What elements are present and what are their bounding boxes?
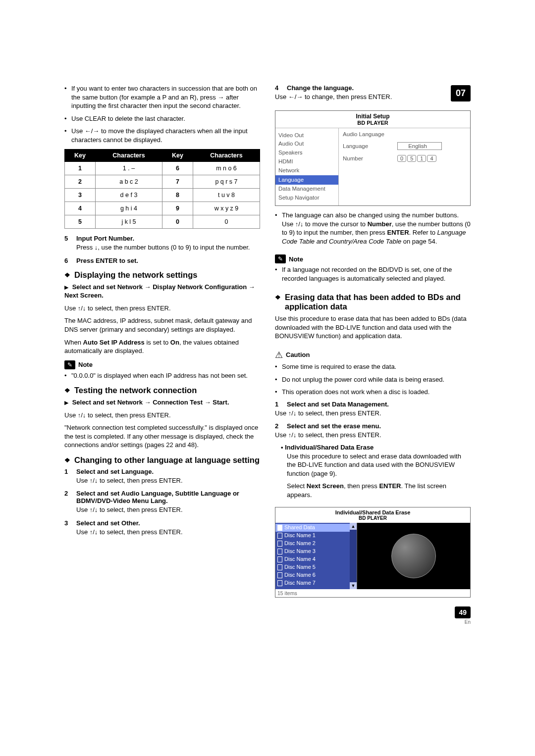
language-dropdown: English: [397, 142, 442, 150]
initial-setup-screen: Initial Setup BD PLAYER Video Out Audio …: [275, 110, 471, 206]
note-header: ✎ Note: [275, 254, 471, 263]
lang-step-3-body: Use ↑/↓ to select, then press ENTER.: [76, 528, 260, 537]
doc-icon: [277, 580, 282, 586]
page-footer: 49 En: [275, 606, 471, 625]
doc-icon: [277, 556, 282, 562]
bullet-item: Use ←/→ to move the displayed characters…: [64, 127, 260, 144]
th-key: Key: [65, 150, 96, 162]
erase-step-1: 1 Select and set Data Management.: [275, 401, 471, 408]
note-header: ✎ Note: [64, 360, 260, 369]
erase-step-2: 2 Select and set the erase menu.: [275, 422, 471, 430]
doc-icon: [277, 525, 282, 531]
bullet-item: The language can also be changed using t…: [275, 211, 471, 246]
bullet-item: If you want to enter two characters in s…: [64, 84, 260, 110]
doc-icon: [277, 533, 282, 539]
lang-step-1: 1 Select and set Language.: [64, 468, 260, 475]
diamond-icon: ❖: [64, 387, 70, 396]
step-5-body: Press ↓, use the number buttons (0 to 9)…: [76, 243, 260, 252]
lang-step-2-body: Use ↑/↓ to select, then press ENTER.: [76, 505, 260, 514]
erase-screen: Individual/Shared Data Erase BD PLAYER S…: [275, 507, 471, 598]
th-chars: Characters: [193, 150, 260, 162]
doc-icon: [277, 572, 282, 578]
lang-step-2: 2 Select and set Audio Language, Subtitl…: [64, 490, 260, 504]
key-characters-table: Key Characters Key Characters 11 . –6m n…: [64, 149, 260, 229]
erase-step-1-body: Use ↑/↓ to select, then press ENTER.: [275, 409, 471, 418]
doc-icon: [277, 549, 282, 554]
step-6: 6 Press ENTER to set.: [64, 257, 260, 264]
scrollbar: ▲ ▼: [350, 523, 357, 589]
doc-icon: [277, 564, 282, 570]
after-screen-list: The language can also be changed using t…: [275, 211, 471, 250]
step-4: 4 Change the language.: [275, 84, 451, 92]
right-column: 4 Change the language. Use ←/→ to change…: [275, 84, 471, 625]
caution-item: This operation does not work when a disc…: [275, 388, 471, 397]
heading-erase-data: ❖ Erasing data that has been added to BD…: [275, 293, 471, 311]
erase-p: Use this procedure to erase data that ha…: [275, 314, 471, 341]
display-use: Use ↑/↓ to select, then press ENTER.: [64, 304, 260, 313]
diamond-icon: ❖: [275, 294, 281, 312]
heading-test-connection: ❖ Testing the network connection: [64, 386, 260, 395]
left-column: If you want to enter two characters in s…: [64, 84, 260, 625]
test-sub: ▶ Select and set Network → Connection Te…: [64, 398, 260, 407]
caution-item: Some time is required to erase the data.: [275, 362, 471, 371]
erase-step-2-body: Use ↑/↓ to select, then press ENTER.: [275, 431, 471, 440]
display-sub: ▶ Select and set Network → Display Netwo…: [64, 283, 260, 300]
setup-detail-pane: Audio Language Language English Number 0…: [339, 128, 470, 206]
lang-step-3: 3 Select and set Other.: [64, 519, 260, 527]
note-item: If a language not recorded on the BD/DVD…: [275, 265, 471, 283]
diamond-icon: ❖: [64, 271, 70, 281]
scroll-down-icon: ▼: [350, 582, 357, 589]
setup-menu-list: Video Out Audio Out Speakers HDMI Networ…: [275, 128, 339, 206]
heading-display-network: ❖ Displaying the network settings: [64, 270, 260, 280]
test-p: "Network connection test completed succe…: [64, 423, 260, 450]
step-5: 5 Input Port Number.: [64, 235, 260, 242]
caution-item: Do not unplug the power cord while data …: [275, 375, 471, 384]
note-icon: ✎: [275, 254, 286, 263]
doc-icon: [277, 541, 282, 547]
bullet-item: Use CLEAR to delete the last character.: [64, 114, 260, 123]
th-key: Key: [162, 150, 193, 162]
caution-icon: ⚠: [275, 350, 283, 360]
intro-bullet-list: If you want to enter two characters in s…: [64, 84, 260, 144]
page-lang: En: [275, 619, 471, 625]
disc-preview: [357, 523, 470, 589]
page-number: 49: [455, 606, 471, 618]
display-p2: When Auto Set IP Address is set to On, t…: [64, 338, 260, 355]
sub-p2: Select Next Screen, then press ENTER. Th…: [287, 482, 471, 499]
step-4-body: Use ←/→ to change, then press ENTER.: [275, 93, 451, 101]
caution-list: Some time is required to erase the data.…: [275, 362, 471, 401]
play-icon: ▶: [64, 400, 68, 405]
caution-header: ⚠ Caution: [275, 350, 471, 360]
note-list: If a language not recorded on the BD/DVD…: [275, 265, 471, 287]
display-p1: The MAC address, IP address, subnet mask…: [64, 316, 260, 334]
note-item: "0.0.0.0" is displayed when each IP addr…: [64, 371, 260, 380]
heading-change-language: ❖ Changing to other language at language…: [64, 455, 260, 465]
note-icon: ✎: [64, 360, 75, 369]
lang-step-1-body: Use ↑/↓ to select, then press ENTER.: [76, 476, 260, 485]
erase-list: Shared Data Disc Name 1 Disc Name 2 Disc…: [275, 523, 350, 589]
disc-icon: [391, 534, 436, 578]
th-chars: Characters: [95, 150, 162, 162]
diamond-icon: ❖: [64, 456, 70, 466]
test-use: Use ↑/↓ to select, then press ENTER.: [64, 411, 260, 420]
sub-bullet-title: Individual/Shared Data Erase: [281, 444, 471, 451]
setup-menu-selected: Language: [275, 175, 338, 185]
note-list: "0.0.0.0" is displayed when each IP addr…: [64, 371, 260, 380]
play-icon: ▶: [64, 284, 68, 290]
chapter-badge: 07: [451, 85, 471, 101]
sub-p1: Use this procedure to select and erase d…: [287, 452, 471, 478]
scroll-up-icon: ▲: [350, 523, 357, 530]
